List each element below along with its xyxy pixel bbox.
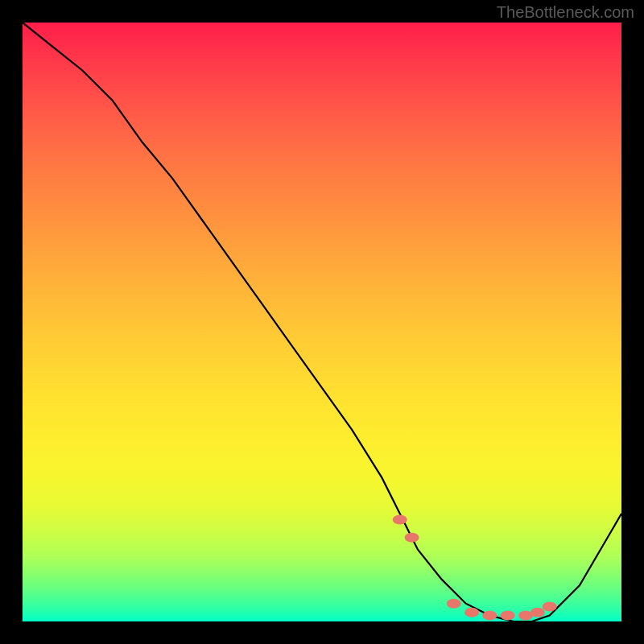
highlight-dot	[501, 611, 515, 621]
highlight-dot	[447, 599, 461, 609]
chart-plot-area	[23, 23, 621, 621]
highlight-dots-group	[393, 515, 557, 621]
bottleneck-curve-path	[23, 23, 621, 621]
watermark-text: TheBottleneck.com	[497, 3, 634, 22]
highlight-dot	[530, 608, 545, 617]
highlight-dot	[405, 533, 419, 543]
highlight-dot	[543, 601, 557, 611]
chart-svg	[23, 23, 621, 621]
highlight-dot	[482, 611, 497, 621]
highlight-dot	[393, 515, 407, 525]
highlight-dot	[464, 608, 479, 617]
